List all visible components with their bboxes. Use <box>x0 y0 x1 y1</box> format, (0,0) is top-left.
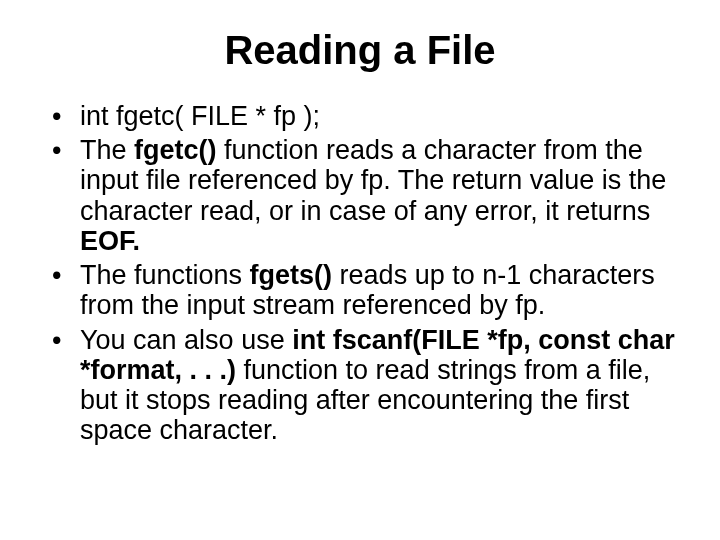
bold-text: EOF. <box>80 226 140 256</box>
bullet-text: The <box>80 135 134 165</box>
bullet-text: You can also use <box>80 325 292 355</box>
slide-title: Reading a File <box>40 28 680 73</box>
list-item: You can also use int fscanf(FILE *fp, co… <box>52 325 680 446</box>
bullet-text: The functions <box>80 260 250 290</box>
bullet-list: int fgetc( FILE * fp ); The fgetc() func… <box>52 101 680 446</box>
list-item: int fgetc( FILE * fp ); <box>52 101 680 131</box>
bold-text: fgetc() <box>134 135 217 165</box>
bullet-text: int fgetc( FILE * fp ); <box>80 101 320 131</box>
slide: Reading a File int fgetc( FILE * fp ); T… <box>0 0 720 540</box>
list-item: The fgetc() function reads a character f… <box>52 135 680 256</box>
list-item: The functions fgets() reads up to n-1 ch… <box>52 260 680 320</box>
bold-text: fgets() <box>250 260 333 290</box>
